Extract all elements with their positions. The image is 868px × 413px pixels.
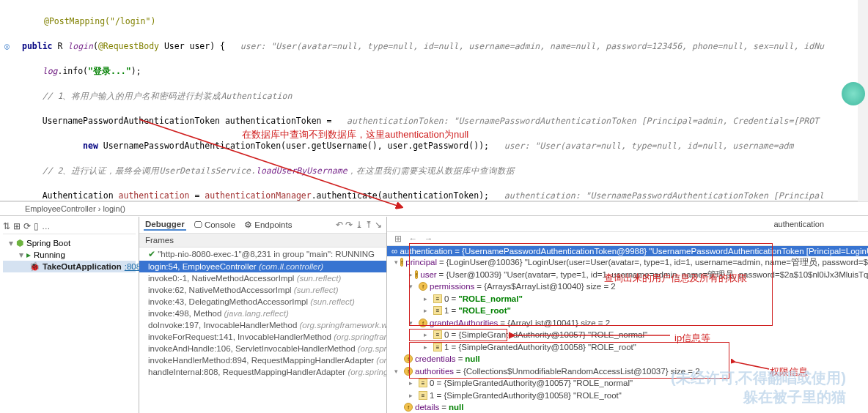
inline-hint: authenticationToken: "UsernamePasswordAu… [331,116,819,126]
annotation-line: @PostMapping("/login") [44,16,155,26]
breadcrumb-class[interactable]: EmployeeController [25,204,96,213]
step-icons[interactable]: ↶ ↷ ⤓ ⤒ ↘ [336,220,382,230]
services-toolbar[interactable]: ⇅⊞⟳▯… [3,218,136,234]
tab-console[interactable]: 🖵 Console [192,220,237,230]
thread-selector[interactable]: ✔ "http-nio-8080-exec-1"@8,231 in group … [139,248,386,261]
frame-row[interactable]: invoke:62, NativeMethodAccessorImpl (sun… [139,284,386,296]
override-icon: ◎ [4,40,15,51]
variables-title: authentication [387,217,868,232]
debugger-panel[interactable]: Debugger 🖵 Console ⚙ Endpoints ↶ ↷ ⤓ ⤒ ↘… [139,217,387,413]
breadcrumb[interactable]: EmployeeController › login() [0,201,868,216]
inline-hint: authentication: "UsernamePasswordAuthent… [489,190,824,201]
tree-running[interactable]: ▾▸Running [3,249,136,261]
frame-row[interactable]: invoke:43, DelegatingMethodAccessorImpl … [139,296,386,308]
frame-row[interactable]: invokeForRequest:141, InvocableHandlerMe… [139,331,386,343]
frame-row[interactable]: login:54, EmployeeController (com.ll.con… [139,261,386,272]
frame-row[interactable]: invokeHandlerMethod:894, RequestMappingH… [139,354,386,366]
var-g0[interactable]: ▸≡0 = {SimpleGrantedAuthority@10057} "RO… [390,329,865,341]
inline-hint: user: "User(avatar=null, type=null, id=n… [225,41,824,51]
frame-row[interactable]: invokeAndHandle:106, ServletInvocableHan… [139,343,386,354]
inline-hint: user: "User(avatar=null, type=null, id=n… [489,141,793,151]
tab-endpoints[interactable]: ⚙ Endpoints [243,219,293,231]
annotation-text: 查询出来的用户信息及所有的权限 [604,272,747,285]
var-credentials[interactable]: fcredentials = null [390,353,865,365]
variables-panel[interactable]: authentication ⊞ ← → ∞ authentication = … [387,217,868,413]
code-editor[interactable]: @PostMapping("/login") ◎public R login(@… [0,0,868,201]
var-granted[interactable]: ▾fgrantedAuthorities = {ArrayList@10041}… [390,317,865,330]
var-a1[interactable]: ▸≡1 = {SimpleGrantedAuthority@10058} "RO… [390,390,865,402]
annotation-text: ip信息等 [674,332,710,345]
variables-toolbar[interactable]: ⊞ ← → [387,232,868,246]
debug-tabs[interactable]: Debugger 🖵 Console ⚙ Endpoints ↶ ↷ ⤓ ⤒ ↘ [139,217,386,234]
breadcrumb-method[interactable]: login() [103,204,125,213]
frames-header: Frames [139,234,386,248]
comment: // 1、将用户输入的用户名和密码进行封装成Authentication [22,91,292,101]
services-panel[interactable]: ⇅⊞⟳▯… ▾⬢Spring Boot ▾▸Running 🐞TakeOutAp… [0,217,139,413]
frame-row[interactable]: invoke:498, Method (java.lang.reflect) [139,308,386,319]
frame-row[interactable]: invoke0:-1, NativeMethodAccessorImpl (su… [139,272,386,284]
frame-row[interactable]: doInvoke:197, InvocableHandlerMethod (or… [139,319,386,331]
comment-cn: ，在这里我们需要实现从数据库中查询数据 [347,165,515,176]
annotation-text: 权限信息 [770,365,808,379]
frame-row[interactable]: handleInternal:808, RequestMappingHandle… [139,366,386,378]
var-perm1[interactable]: ▸≡1 = "ROLE_root" [390,305,865,317]
emoji-decoration [842,82,865,105]
var-root[interactable]: ∞ authentication = {UsernamePasswordAuth… [387,246,868,256]
tree-app[interactable]: 🐞TakeOutApplication :8080/ [3,261,136,272]
var-perm0[interactable]: ▸≡0 = "ROLE_normal" [390,293,865,305]
annotation-text: 在数据库中查询不到数据库，这里authentication为null [242,128,468,141]
var-details[interactable]: fdetails = null [390,401,865,413]
tree-springboot[interactable]: ▾⬢Spring Boot [3,237,136,249]
var-g1[interactable]: ▸≡1 = {SimpleGrantedAuthority@10058} "RO… [390,341,865,354]
var-a0[interactable]: ▸≡0 = {SimpleGrantedAuthority@10057} "RO… [390,377,865,390]
tab-debugger[interactable]: Debugger [144,219,186,231]
var-principal[interactable]: ▾fprincipal = principal = {LoginUser@100… [390,256,865,269]
